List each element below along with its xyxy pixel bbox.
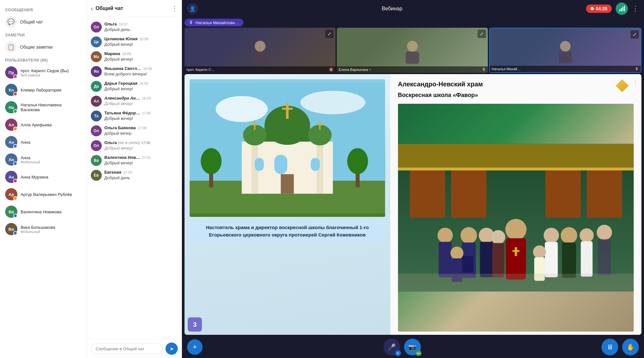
chat-message: Ол Ольга (не в сети) 17:00 Добрый вечер! <box>87 138 182 153</box>
user-info: Наталья Николаевна Васюкова <box>21 102 81 112</box>
user-info: Артур Валерьевич Рублёв <box>21 192 72 197</box>
chat-avatar: Ев <box>91 170 102 181</box>
chat-msg-header: Целикова Юлия 16:58 <box>104 36 148 41</box>
slide-more-icon[interactable]: ⋮ <box>632 79 638 86</box>
sidebar-user-item[interactable]: Ан Анна Мобильный <box>0 151 87 168</box>
mic-button[interactable]: 🎤 ✕ <box>384 339 400 355</box>
user-name: Анна <box>21 155 40 160</box>
video-button[interactable]: 📷 On <box>404 339 421 355</box>
sidebar-user-item[interactable]: Ал Алла Арефьева <box>0 116 87 133</box>
chat-avatar: Ма <box>91 51 102 62</box>
screen-share-button[interactable]: 🖥 <box>601 339 618 355</box>
chat-input-area: ➤ <box>87 339 182 358</box>
chat-message: Ян Яньшина Светл… 16:58 Всем доброго веч… <box>87 64 182 79</box>
send-button[interactable]: ➤ <box>166 343 178 355</box>
chat-msg-body: Яньшина Светл… 16:58 Всем доброго вечера… <box>104 66 152 76</box>
active-speaker-name: Наталья Михайловн… <box>195 20 239 25</box>
user-status-badge <box>13 179 17 183</box>
user-sub: Веб-камера <box>21 73 69 77</box>
webinar-label: Вебинар <box>202 6 582 12</box>
user-name: Клевер Лаборатория <box>21 88 61 92</box>
group-photo <box>398 104 634 332</box>
add-icon: + <box>193 343 197 351</box>
video-more-button[interactable]: ⋮ <box>632 5 639 13</box>
chat-msg-body: Дарья Героцкая 16:59 Добрый вечер! <box>104 81 148 91</box>
general-notes-label: Общие заметки <box>20 44 52 50</box>
chat-sender-name: Марина <box>104 51 120 56</box>
sidebar-user-item[interactable]: На Наталья Николаевна Васюкова <box>0 99 87 116</box>
avatar: Ал <box>5 119 17 131</box>
sidebar-user-item[interactable]: Ви Вика Большакова Мобильный <box>0 220 87 238</box>
svg-point-66 <box>597 225 612 240</box>
hand-raise-button[interactable]: ✋ <box>622 339 639 355</box>
sidebar-user-item[interactable]: Кл Клевер Лаборатория <box>0 81 87 99</box>
chat-msg-header: Евгения 17:03 <box>104 170 132 175</box>
sidebar-user-item[interactable]: Ан Анна Мурзина <box>0 168 87 186</box>
user-status-badge <box>13 74 17 79</box>
user-status-badge <box>13 214 17 218</box>
participant-name-bar: Наталья Михай… 🎙 <box>490 66 641 72</box>
back-button[interactable]: ‹ <box>91 5 93 12</box>
user-name: Валентина Новикова <box>21 209 62 214</box>
chat-panel: ‹ Общий чат ⋮ Ол Ольга 16:57 Добрый день… <box>87 0 182 358</box>
chat-avatar: Ол <box>91 140 102 151</box>
signal-icon[interactable] <box>616 3 628 15</box>
chat-msg-body: Евгения 17:03 Добрый день <box>104 170 132 180</box>
chat-more-button[interactable]: ⋮ <box>171 5 178 12</box>
svg-rect-39 <box>410 170 445 218</box>
chat-msg-header: Яньшина Светл… 16:58 <box>104 66 152 71</box>
participant-name-bar: Елена Варлыгина ~ 🎙 <box>337 66 488 73</box>
svg-point-6 <box>407 41 418 52</box>
message-input[interactable] <box>91 343 163 354</box>
chat-msg-text: добрый вечер <box>104 131 147 136</box>
sidebar-user-item[interactable]: Ар Артур Валерьевич Рублёв <box>0 186 87 203</box>
record-indicator <box>591 7 594 10</box>
expand-button[interactable]: ⤢ <box>630 30 639 39</box>
svg-rect-52 <box>439 242 451 277</box>
chat-sender-name: Александра Ан… <box>104 96 140 101</box>
video-top-bar: 👤 Вебинар 04:25 ⋮ <box>182 0 644 17</box>
participant-thumbnail[interactable]: ⤢ прот. Кирилл С… 🔇 <box>185 28 336 73</box>
chat-sender-name: Ольга <box>104 22 117 26</box>
mic-status-icon: 🎙 <box>482 67 486 72</box>
mic-icon: 🎤 <box>388 343 396 351</box>
sidebar-user-item[interactable]: Ва Валентина Новикова <box>0 203 87 220</box>
user-icon-button[interactable]: 👤 <box>187 3 198 14</box>
sidebar-user-item[interactable]: Ан Анна <box>0 133 87 151</box>
chat-msg-body: Марина 16:58 Добрый вечер! <box>104 51 133 62</box>
sidebar-user-item[interactable]: Пр прот. Кирилл Седов (Вы) Веб-камера <box>0 64 87 81</box>
chat-message: Ал Александра Ан… 16:59 Добрый вечер! <box>87 94 182 109</box>
participant-name: прот. Кирилл С… <box>186 68 215 72</box>
expand-button[interactable]: ⤢ <box>325 30 334 38</box>
sidebar-item-general-chat[interactable]: 💬 Общий чат <box>0 14 87 30</box>
participant-video <box>337 28 488 73</box>
hand-icon: ✋ <box>627 343 635 351</box>
svg-point-51 <box>437 228 453 243</box>
svg-rect-7 <box>405 52 419 64</box>
svg-rect-67 <box>598 239 611 276</box>
svg-rect-38 <box>398 168 634 170</box>
user-status-badge <box>13 109 17 113</box>
thumbnails-row: ⤢ прот. Кирилл С… 🔇 ⤢ Елена Варлыгина ~ … <box>182 28 644 73</box>
expand-button[interactable]: ⤢ <box>478 30 486 38</box>
chat-msg-header: Ольга 16:57 <box>104 22 131 26</box>
chat-msg-text: Добрый вечер! <box>104 101 151 106</box>
chat-icon: 💬 <box>5 16 17 28</box>
participant-thumbnail[interactable]: ⤢ Наталья Михай… 🎙 <box>489 28 641 73</box>
svg-rect-27 <box>274 155 287 174</box>
chat-message: Да Дарья Героцкая 16:59 Добрый вечер! <box>87 79 182 94</box>
add-button[interactable]: + <box>187 339 203 355</box>
svg-point-62 <box>450 247 463 259</box>
notes-icon: 📋 <box>5 41 17 53</box>
mic-active-icon: 🎙 <box>189 20 194 25</box>
record-button[interactable]: 04:25 <box>586 5 612 13</box>
user-status-badge <box>13 196 17 200</box>
sidebar-item-notes[interactable]: 📋 Общие заметки <box>0 39 87 55</box>
svg-rect-19 <box>286 102 289 119</box>
user-name: прот. Кирилл Седов (Вы) <box>21 68 69 73</box>
chat-msg-header: Марина 16:58 <box>104 51 133 56</box>
participant-thumbnail[interactable]: ⤢ Елена Варлыгина ~ 🎙 <box>337 28 488 73</box>
svg-rect-46 <box>512 250 519 252</box>
user-name: Анна <box>21 140 30 145</box>
chat-msg-time: 16:57 <box>119 22 128 26</box>
